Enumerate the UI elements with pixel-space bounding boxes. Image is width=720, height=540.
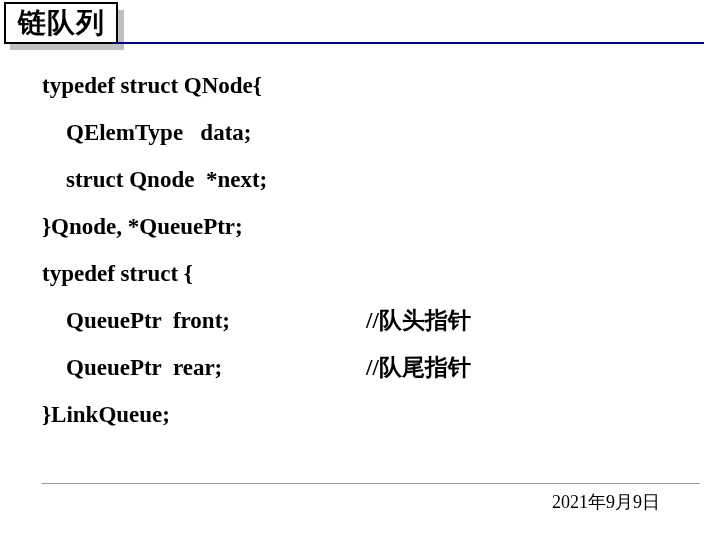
code-comment: //队头指针 (366, 309, 471, 332)
footer-rule (42, 483, 700, 484)
code-line: typedef struct { (42, 262, 720, 285)
title-box: 链队列 (4, 2, 118, 44)
code-line: }Qnode, *QueuePtr; (42, 215, 720, 238)
code-text: QueuePtr rear; (66, 356, 366, 379)
code-line: }LinkQueue; (42, 403, 720, 426)
footer-date: 2021年9月9日 (42, 490, 700, 514)
code-line: QueuePtr rear; //队尾指针 (42, 356, 720, 379)
slide-header: 链队列 (0, 0, 720, 56)
code-line: QueuePtr front; //队头指针 (42, 309, 720, 332)
code-comment: //队尾指针 (366, 356, 471, 379)
code-line: typedef struct QNode{ (42, 74, 720, 97)
code-line: QElemType data; (42, 121, 720, 144)
header-rule (114, 42, 704, 44)
code-block: typedef struct QNode{ QElemType data; st… (0, 56, 720, 426)
slide-title: 链队列 (18, 4, 105, 42)
slide-footer: 2021年9月9日 (42, 483, 700, 514)
code-text: QueuePtr front; (66, 309, 366, 332)
code-line: struct Qnode *next; (42, 168, 720, 191)
